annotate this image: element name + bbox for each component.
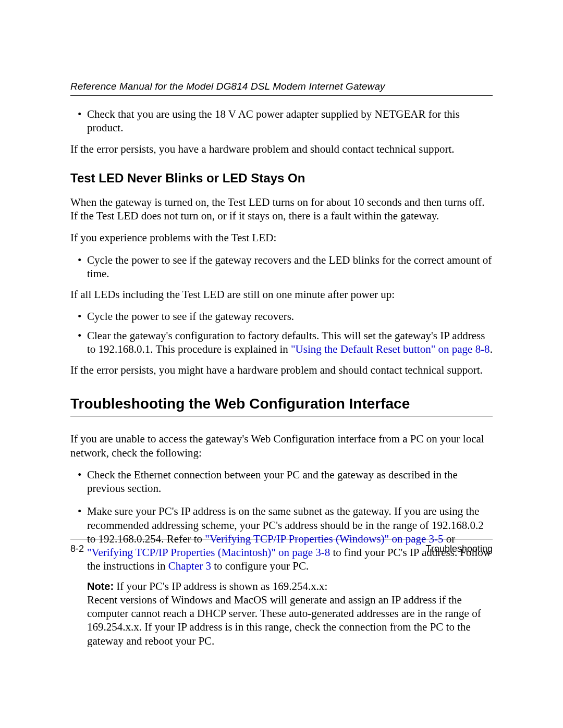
text-run: to configure your PC. — [211, 560, 309, 572]
footer-rule — [70, 539, 493, 539]
body: Check that you are using the 18 V AC pow… — [70, 107, 493, 648]
heading-test-led: Test LED Never Blinks or LED Stays On — [70, 170, 493, 186]
header-rule — [70, 95, 493, 96]
bullet-list: Cycle the power to see if the gateway re… — [70, 253, 493, 281]
page: Reference Manual for the Model DG814 DSL… — [0, 0, 563, 728]
list-item: Cycle the power to see if the gateway re… — [70, 253, 493, 281]
footer: 8-2 Troubleshooting — [70, 539, 493, 554]
paragraph: When the gateway is turned on, the Test … — [70, 195, 493, 223]
list-item: Check that you are using the 18 V AC pow… — [70, 107, 493, 135]
bullet-list: Cycle the power to see if the gateway re… — [70, 310, 493, 356]
list-item: Clear the gateway's configuration to fac… — [70, 329, 493, 356]
note-body: Recent versions of Windows and MacOS wil… — [87, 593, 493, 648]
link-chapter-3[interactable]: Chapter 3 — [168, 560, 211, 572]
link-default-reset[interactable]: "Using the Default Reset button" on page… — [291, 343, 490, 355]
note-first-line: Note: If your PC's IP address is shown a… — [87, 579, 493, 593]
text-run: If your PC's IP address is shown as 169.… — [114, 580, 327, 593]
paragraph: If the error persists, you might have a … — [70, 363, 493, 377]
bullet-list: Check the Ethernet connection between yo… — [70, 468, 493, 573]
list-item: Check the Ethernet connection between yo… — [70, 468, 493, 496]
paragraph: If you experience problems with the Test… — [70, 231, 493, 244]
paragraph: If all LEDs including the Test LED are s… — [70, 288, 493, 301]
heading-troubleshooting-web: Troubleshooting the Web Configuration In… — [70, 394, 493, 413]
list-item: Cycle the power to see if the gateway re… — [70, 310, 493, 323]
text-run: . — [490, 343, 493, 355]
page-number: 8-2 — [70, 544, 84, 554]
note-label: Note: — [87, 581, 114, 592]
note-block: Note: If your PC's IP address is shown a… — [70, 579, 493, 648]
footer-section-name: Troubleshooting — [426, 544, 493, 554]
paragraph: If you are unable to access the gateway'… — [70, 432, 493, 460]
running-header: Reference Manual for the Model DG814 DSL… — [70, 81, 493, 92]
paragraph: If the error persists, you have a hardwa… — [70, 142, 493, 156]
intro-bullet-list: Check that you are using the 18 V AC pow… — [70, 107, 493, 135]
heading-rule — [70, 416, 493, 416]
